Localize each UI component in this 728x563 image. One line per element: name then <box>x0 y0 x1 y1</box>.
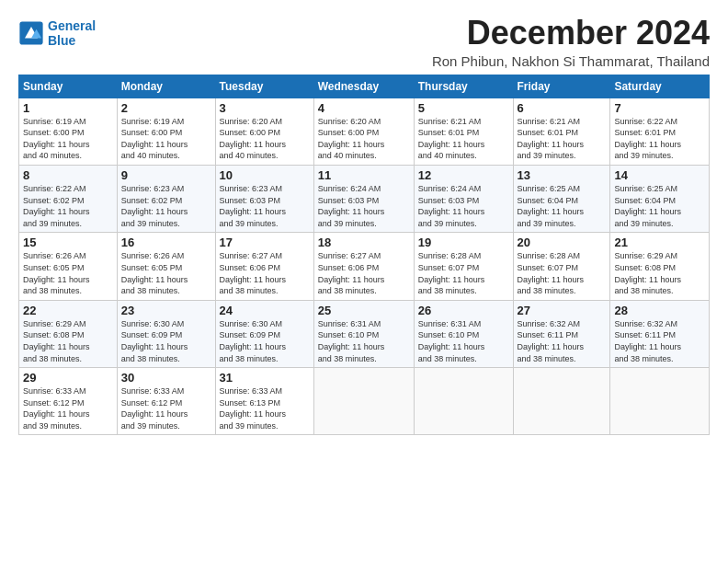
day-info: Sunrise: 6:20 AM Sunset: 6:00 PM Dayligh… <box>220 116 310 162</box>
day-number: 5 <box>418 101 509 115</box>
day-number: 31 <box>220 371 310 385</box>
day-info: Sunrise: 6:22 AM Sunset: 6:01 PM Dayligh… <box>614 116 705 162</box>
logo: General Blue <box>18 18 96 48</box>
day-header-monday: Monday <box>117 75 215 98</box>
calendar-cell: 6Sunrise: 6:21 AM Sunset: 6:01 PM Daylig… <box>513 98 610 165</box>
subtitle: Ron Phibun, Nakhon Si Thammarat, Thailan… <box>432 53 710 69</box>
day-info: Sunrise: 6:25 AM Sunset: 6:04 PM Dayligh… <box>518 183 607 229</box>
calendar-week-2: 8Sunrise: 6:22 AM Sunset: 6:02 PM Daylig… <box>19 165 710 232</box>
day-number: 7 <box>614 101 705 115</box>
day-number: 2 <box>121 101 211 115</box>
day-info: Sunrise: 6:29 AM Sunset: 6:08 PM Dayligh… <box>614 250 705 296</box>
day-number: 15 <box>23 236 113 249</box>
day-number: 23 <box>121 304 211 317</box>
day-info: Sunrise: 6:23 AM Sunset: 6:03 PM Dayligh… <box>220 183 310 229</box>
day-header-thursday: Thursday <box>414 75 513 98</box>
day-info: Sunrise: 6:19 AM Sunset: 6:00 PM Dayligh… <box>121 116 211 162</box>
calendar-cell <box>513 368 610 435</box>
day-number: 6 <box>518 101 607 115</box>
day-info: Sunrise: 6:30 AM Sunset: 6:09 PM Dayligh… <box>220 318 310 364</box>
day-number: 9 <box>121 168 211 182</box>
calendar-cell: 5Sunrise: 6:21 AM Sunset: 6:01 PM Daylig… <box>414 98 513 165</box>
day-info: Sunrise: 6:19 AM Sunset: 6:00 PM Dayligh… <box>23 116 113 162</box>
calendar-cell: 27Sunrise: 6:32 AM Sunset: 6:11 PM Dayli… <box>513 300 610 367</box>
day-number: 16 <box>121 236 211 249</box>
calendar-cell: 30Sunrise: 6:33 AM Sunset: 6:12 PM Dayli… <box>117 368 215 435</box>
calendar-cell <box>313 368 414 435</box>
day-number: 11 <box>318 168 410 182</box>
day-info: Sunrise: 6:31 AM Sunset: 6:10 PM Dayligh… <box>418 318 509 364</box>
calendar-cell: 18Sunrise: 6:27 AM Sunset: 6:06 PM Dayli… <box>313 233 414 300</box>
calendar-cell: 20Sunrise: 6:28 AM Sunset: 6:07 PM Dayli… <box>513 233 610 300</box>
day-number: 17 <box>220 236 310 249</box>
day-number: 19 <box>418 236 509 249</box>
day-info: Sunrise: 6:32 AM Sunset: 6:11 PM Dayligh… <box>614 318 705 364</box>
day-info: Sunrise: 6:28 AM Sunset: 6:07 PM Dayligh… <box>418 250 509 296</box>
day-number: 12 <box>418 168 509 182</box>
calendar-cell: 29Sunrise: 6:33 AM Sunset: 6:12 PM Dayli… <box>19 368 118 435</box>
calendar-week-3: 15Sunrise: 6:26 AM Sunset: 6:05 PM Dayli… <box>19 233 710 300</box>
day-number: 30 <box>121 371 211 385</box>
calendar-cell: 15Sunrise: 6:26 AM Sunset: 6:05 PM Dayli… <box>19 233 118 300</box>
day-number: 24 <box>220 304 310 317</box>
calendar-cell: 21Sunrise: 6:29 AM Sunset: 6:08 PM Dayli… <box>610 233 710 300</box>
calendar-cell: 9Sunrise: 6:23 AM Sunset: 6:02 PM Daylig… <box>117 165 215 232</box>
title-block: December 2024 Ron Phibun, Nakhon Si Tham… <box>432 15 710 69</box>
calendar-cell: 26Sunrise: 6:31 AM Sunset: 6:10 PM Dayli… <box>414 300 513 367</box>
day-number: 21 <box>614 236 705 249</box>
calendar-cell: 17Sunrise: 6:27 AM Sunset: 6:06 PM Dayli… <box>215 233 313 300</box>
day-info: Sunrise: 6:21 AM Sunset: 6:01 PM Dayligh… <box>418 116 509 162</box>
day-info: Sunrise: 6:32 AM Sunset: 6:11 PM Dayligh… <box>518 318 607 364</box>
calendar-cell: 25Sunrise: 6:31 AM Sunset: 6:10 PM Dayli… <box>313 300 414 367</box>
month-title: December 2024 <box>432 15 710 52</box>
calendar-week-4: 22Sunrise: 6:29 AM Sunset: 6:08 PM Dayli… <box>19 300 710 367</box>
day-number: 10 <box>220 168 310 182</box>
calendar-cell: 19Sunrise: 6:28 AM Sunset: 6:07 PM Dayli… <box>414 233 513 300</box>
day-info: Sunrise: 6:26 AM Sunset: 6:05 PM Dayligh… <box>23 250 113 296</box>
day-number: 28 <box>614 304 705 317</box>
calendar-week-1: 1Sunrise: 6:19 AM Sunset: 6:00 PM Daylig… <box>19 98 710 165</box>
calendar-cell: 12Sunrise: 6:24 AM Sunset: 6:03 PM Dayli… <box>414 165 513 232</box>
day-number: 25 <box>318 304 410 317</box>
day-info: Sunrise: 6:25 AM Sunset: 6:04 PM Dayligh… <box>614 183 705 229</box>
logo-text: General Blue <box>48 18 96 48</box>
calendar-cell <box>414 368 513 435</box>
day-info: Sunrise: 6:33 AM Sunset: 6:12 PM Dayligh… <box>23 385 113 431</box>
day-info: Sunrise: 6:21 AM Sunset: 6:01 PM Dayligh… <box>518 116 607 162</box>
day-info: Sunrise: 6:29 AM Sunset: 6:08 PM Dayligh… <box>23 318 113 364</box>
day-info: Sunrise: 6:24 AM Sunset: 6:03 PM Dayligh… <box>418 183 509 229</box>
calendar-cell: 14Sunrise: 6:25 AM Sunset: 6:04 PM Dayli… <box>610 165 710 232</box>
day-number: 29 <box>23 371 113 385</box>
day-info: Sunrise: 6:24 AM Sunset: 6:03 PM Dayligh… <box>318 183 410 229</box>
calendar-cell: 13Sunrise: 6:25 AM Sunset: 6:04 PM Dayli… <box>513 165 610 232</box>
day-info: Sunrise: 6:30 AM Sunset: 6:09 PM Dayligh… <box>121 318 211 364</box>
day-number: 1 <box>23 101 113 115</box>
page: General Blue December 2024 Ron Phibun, N… <box>0 0 728 446</box>
day-number: 13 <box>518 168 607 182</box>
day-header-tuesday: Tuesday <box>215 75 313 98</box>
day-header-friday: Friday <box>513 75 610 98</box>
logo-icon <box>18 20 44 46</box>
day-header-saturday: Saturday <box>610 75 710 98</box>
day-number: 14 <box>614 168 705 182</box>
day-header-sunday: Sunday <box>19 75 118 98</box>
day-info: Sunrise: 6:27 AM Sunset: 6:06 PM Dayligh… <box>318 250 410 296</box>
calendar-cell: 1Sunrise: 6:19 AM Sunset: 6:00 PM Daylig… <box>19 98 118 165</box>
calendar-cell: 24Sunrise: 6:30 AM Sunset: 6:09 PM Dayli… <box>215 300 313 367</box>
day-number: 26 <box>418 304 509 317</box>
calendar-header-row: SundayMondayTuesdayWednesdayThursdayFrid… <box>19 75 710 98</box>
day-info: Sunrise: 6:22 AM Sunset: 6:02 PM Dayligh… <box>23 183 113 229</box>
day-info: Sunrise: 6:27 AM Sunset: 6:06 PM Dayligh… <box>220 250 310 296</box>
day-info: Sunrise: 6:28 AM Sunset: 6:07 PM Dayligh… <box>518 250 607 296</box>
calendar-cell: 10Sunrise: 6:23 AM Sunset: 6:03 PM Dayli… <box>215 165 313 232</box>
calendar-cell: 11Sunrise: 6:24 AM Sunset: 6:03 PM Dayli… <box>313 165 414 232</box>
day-info: Sunrise: 6:23 AM Sunset: 6:02 PM Dayligh… <box>121 183 211 229</box>
calendar-cell: 7Sunrise: 6:22 AM Sunset: 6:01 PM Daylig… <box>610 98 710 165</box>
calendar-cell <box>610 368 710 435</box>
header: General Blue December 2024 Ron Phibun, N… <box>18 15 710 69</box>
day-info: Sunrise: 6:33 AM Sunset: 6:12 PM Dayligh… <box>121 385 211 431</box>
day-info: Sunrise: 6:26 AM Sunset: 6:05 PM Dayligh… <box>121 250 211 296</box>
calendar-cell: 2Sunrise: 6:19 AM Sunset: 6:00 PM Daylig… <box>117 98 215 165</box>
calendar-cell: 31Sunrise: 6:33 AM Sunset: 6:13 PM Dayli… <box>215 368 313 435</box>
calendar-cell: 22Sunrise: 6:29 AM Sunset: 6:08 PM Dayli… <box>19 300 118 367</box>
